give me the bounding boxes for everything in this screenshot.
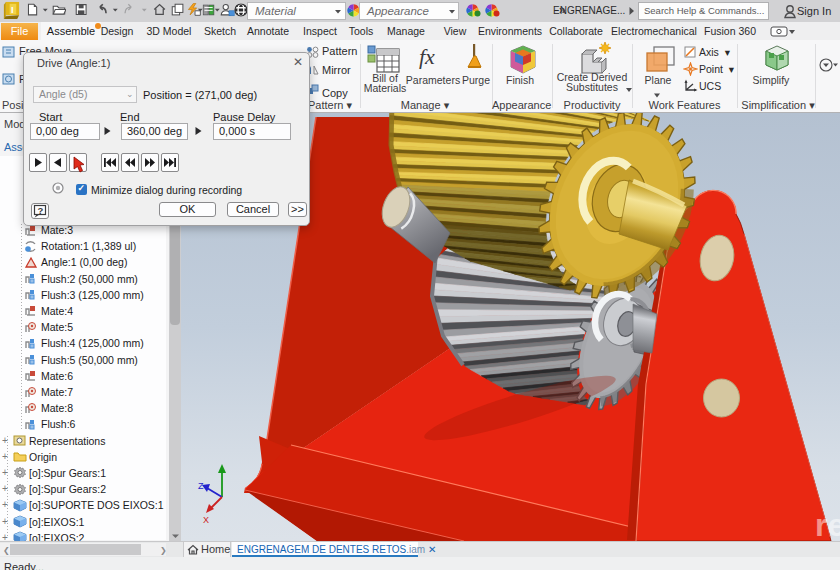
- svg-text:re: re: [815, 507, 840, 541]
- svg-text:X: X: [203, 515, 209, 525]
- svg-text:?: ?: [38, 205, 44, 216]
- svg-text:I: I: [11, 4, 14, 15]
- svg-text:Z: Z: [198, 481, 204, 491]
